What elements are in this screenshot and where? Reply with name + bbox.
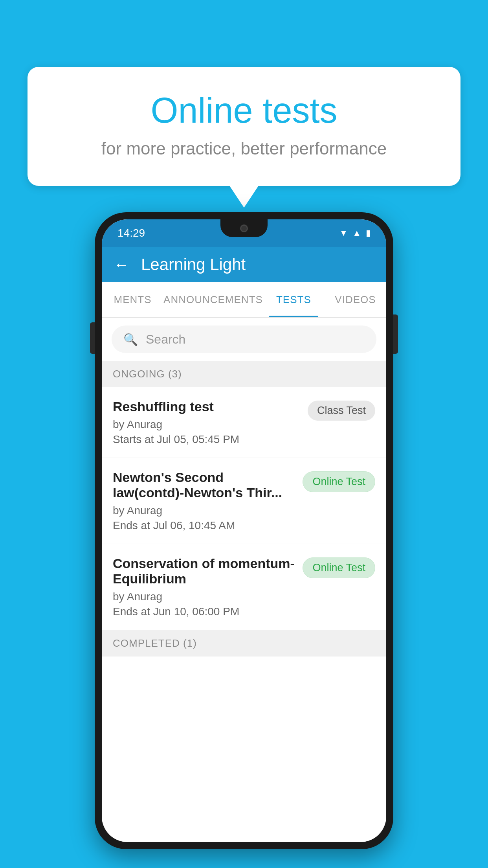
battery-icon: ▮ bbox=[366, 228, 371, 238]
bubble-subtitle: for more practice, better performance bbox=[59, 139, 429, 158]
status-time: 14:29 bbox=[117, 227, 145, 239]
search-input[interactable]: Search bbox=[146, 332, 185, 347]
status-icons: ▼ ▲ ▮ bbox=[339, 228, 371, 238]
test-badge-1: Class Test bbox=[308, 401, 375, 421]
search-icon: 🔍 bbox=[123, 333, 138, 346]
test-badge-3: Online Test bbox=[303, 557, 375, 578]
search-container: 🔍 Search bbox=[102, 318, 386, 361]
tab-announcements[interactable]: ANNOUNCEMENTS bbox=[163, 282, 263, 317]
screen-body: 🔍 Search ONGOING (3) Reshuffling test by… bbox=[102, 318, 386, 842]
test-badge-2: Online Test bbox=[303, 471, 375, 492]
test-date-3: Ends at Jun 10, 06:00 PM bbox=[113, 605, 295, 618]
test-author-1: by Anurag bbox=[113, 418, 300, 431]
test-author-2: by Anurag bbox=[113, 504, 295, 517]
bubble-title: Online tests bbox=[59, 90, 429, 131]
app-bar: ← Learning Light bbox=[102, 247, 386, 282]
signal-icon: ▲ bbox=[352, 228, 361, 238]
test-author-3: by Anurag bbox=[113, 590, 295, 603]
test-item-3[interactable]: Conservation of momentum-Equilibrium by … bbox=[102, 544, 386, 630]
phone-mockup: 14:29 ▼ ▲ ▮ ← Learning Light MENTS bbox=[95, 212, 393, 849]
tab-bar: MENTS ANNOUNCEMENTS TESTS VIDEOS bbox=[102, 282, 386, 318]
app-title: Learning Light bbox=[141, 255, 246, 274]
test-item-2[interactable]: Newton's Second law(contd)-Newton's Thir… bbox=[102, 458, 386, 544]
test-date-1: Starts at Jul 05, 05:45 PM bbox=[113, 433, 300, 446]
speech-bubble: Online tests for more practice, better p… bbox=[28, 67, 460, 186]
notch bbox=[220, 219, 268, 237]
test-list: Reshuffling test by Anurag Starts at Jul… bbox=[102, 387, 386, 630]
camera bbox=[240, 224, 248, 232]
search-bar[interactable]: 🔍 Search bbox=[112, 326, 376, 353]
phone-screen: 14:29 ▼ ▲ ▮ ← Learning Light MENTS bbox=[102, 219, 386, 842]
tab-ments[interactable]: MENTS bbox=[102, 282, 163, 317]
test-name-1: Reshuffling test bbox=[113, 399, 300, 414]
test-info-1: Reshuffling test by Anurag Starts at Jul… bbox=[113, 399, 308, 446]
ongoing-section-label: ONGOING (3) bbox=[102, 361, 386, 387]
tab-videos[interactable]: VIDEOS bbox=[325, 282, 386, 317]
back-button[interactable]: ← bbox=[114, 256, 129, 274]
phone-inner: 14:29 ▼ ▲ ▮ ← Learning Light MENTS bbox=[102, 219, 386, 842]
status-bar: 14:29 ▼ ▲ ▮ bbox=[102, 219, 386, 247]
test-item-1[interactable]: Reshuffling test by Anurag Starts at Jul… bbox=[102, 387, 386, 458]
test-name-2: Newton's Second law(contd)-Newton's Thir… bbox=[113, 470, 295, 500]
test-info-3: Conservation of momentum-Equilibrium by … bbox=[113, 556, 303, 618]
test-date-2: Ends at Jul 06, 10:45 AM bbox=[113, 519, 295, 532]
wifi-icon: ▼ bbox=[339, 228, 348, 238]
phone-outer: 14:29 ▼ ▲ ▮ ← Learning Light MENTS bbox=[95, 212, 393, 849]
test-name-3: Conservation of momentum-Equilibrium bbox=[113, 556, 295, 587]
completed-section-label: COMPLETED (1) bbox=[102, 630, 386, 657]
tab-tests[interactable]: TESTS bbox=[263, 282, 325, 317]
test-info-2: Newton's Second law(contd)-Newton's Thir… bbox=[113, 470, 303, 532]
